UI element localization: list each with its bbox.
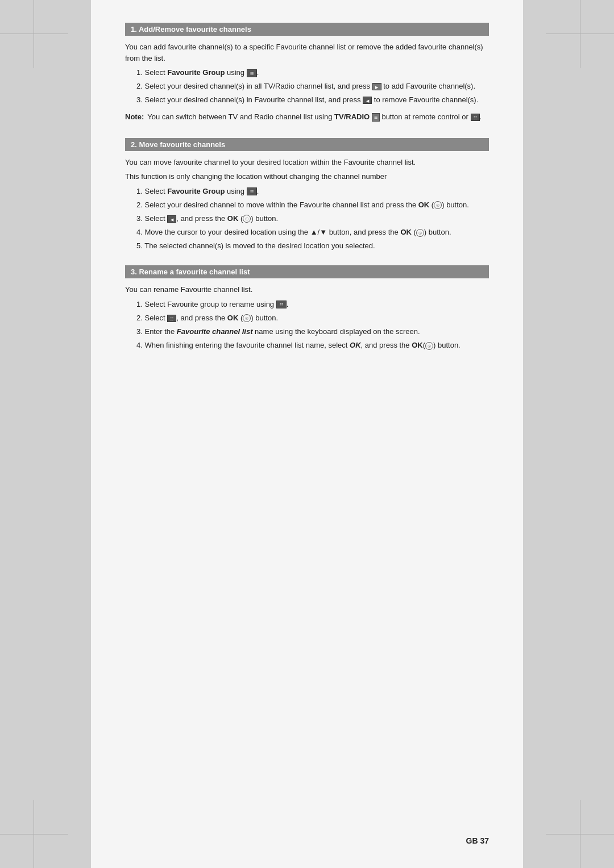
step-2-5: 5. The selected channel(s) is moved to t… — [136, 240, 489, 252]
remove-icon-1: ◀ — [363, 97, 372, 104]
note-block-1: Note: You can switch between TV and Radi… — [125, 111, 489, 123]
step-num: 1. — [136, 187, 144, 195]
menu-icon-2: ☷ — [167, 315, 176, 322]
ok-icon-3: ☉ — [416, 229, 424, 237]
section2-intro2: This function is only changing the locat… — [125, 171, 489, 182]
step-num: 5. — [136, 241, 144, 250]
section3-intro: You can rename Favourite channel list. — [125, 284, 489, 295]
corner-tl — [0, 0, 34, 34]
corner-line-htr — [546, 34, 614, 34]
section-add-remove: 1. Add/Remove favourite channels You can… — [125, 23, 489, 123]
fav-icon-3: ☷ — [276, 301, 287, 308]
ok-icon-2: ☉ — [243, 215, 251, 223]
section2-steps: 1. Select Favourite Group using ☷. 2. Se… — [125, 186, 489, 252]
step-2-2: 2. Select your desired channel to move w… — [136, 199, 489, 211]
step-num: 4. — [136, 228, 144, 236]
section1-intro: You can add favourite channel(s) to a sp… — [125, 41, 489, 64]
corner-br — [580, 834, 614, 868]
tvradio-icon: ☰ — [372, 113, 380, 122]
section-header-1: 1. Add/Remove favourite channels — [125, 23, 489, 36]
page-wrapper: 1. Add/Remove favourite channels You can… — [0, 0, 614, 868]
note-text-1: You can switch between TV and Radio chan… — [147, 111, 482, 123]
corner-line-ht — [0, 34, 68, 34]
step-num: 2. — [136, 82, 144, 90]
step-2-1: 1. Select Favourite Group using ☷. — [136, 186, 489, 197]
section3-steps: 1. Select Favourite group to rename usin… — [125, 299, 489, 352]
step-3-1: 1. Select Favourite group to rename usin… — [136, 299, 489, 310]
step-num: 3. — [136, 327, 144, 336]
fav-icon-1: ☷ — [247, 69, 257, 77]
note-label-1: Note: — [125, 111, 144, 123]
step-1-1: 1. Select Favourite Group using ☷. — [136, 67, 489, 78]
step-3-2: 2. Select ☷, and press the OK (☉) button… — [136, 312, 489, 324]
step-3-3: 3. Enter the Favourite channel list name… — [136, 326, 489, 337]
corner-line-vr — [580, 0, 580, 68]
step-2-4: 4. Move the cursor to your desired locat… — [136, 227, 489, 238]
corner-line-vl — [34, 0, 34, 68]
step-2-3: 3. Select ◀, and press the OK (☉) button… — [136, 213, 489, 224]
step-1-3: 3. Select your desired channel(s) in Fav… — [136, 94, 489, 106]
step-num: 4. — [136, 341, 144, 349]
ok-icon-4: ☉ — [243, 314, 251, 322]
section-header-3: 3. Rename a favourite channel list — [125, 265, 489, 278]
step-1-2: 2. Select your desired channel(s) in all… — [136, 81, 489, 92]
step-3-4: 4. When finishing entering the favourite… — [136, 340, 489, 351]
ok-icon-5: ☉ — [425, 342, 433, 350]
section-header-2: 2. Move favourite channels — [125, 138, 489, 151]
menu-icon-1: ☷ — [471, 114, 480, 121]
section2-intro1: You can move favourite channel to your d… — [125, 157, 489, 168]
step-num: 3. — [136, 214, 144, 223]
step-num: 3. — [136, 95, 144, 104]
section-move: 2. Move favourite channels You can move … — [125, 138, 489, 252]
section1-steps: 1. Select Favourite Group using ☷. 2. Se… — [125, 67, 489, 106]
section-rename: 3. Rename a favourite channel list You c… — [125, 265, 489, 351]
corner-line-hbl — [0, 834, 68, 834]
page-number: GB 37 — [466, 836, 489, 845]
corner-bl — [0, 834, 34, 868]
ok-icon-1: ☉ — [434, 201, 442, 209]
fav-icon-2: ☷ — [247, 187, 257, 195]
step-num: 1. — [136, 68, 144, 77]
remove-icon-2: ◀ — [167, 215, 176, 223]
corner-line-hbr — [546, 834, 614, 834]
add-icon: ▶ — [372, 83, 381, 90]
step-num: 2. — [136, 201, 144, 209]
corner-tr — [580, 0, 614, 34]
step-num: 1. — [136, 300, 144, 308]
step-num: 2. — [136, 314, 144, 322]
page-content: 1. Add/Remove favourite channels You can… — [91, 0, 523, 868]
